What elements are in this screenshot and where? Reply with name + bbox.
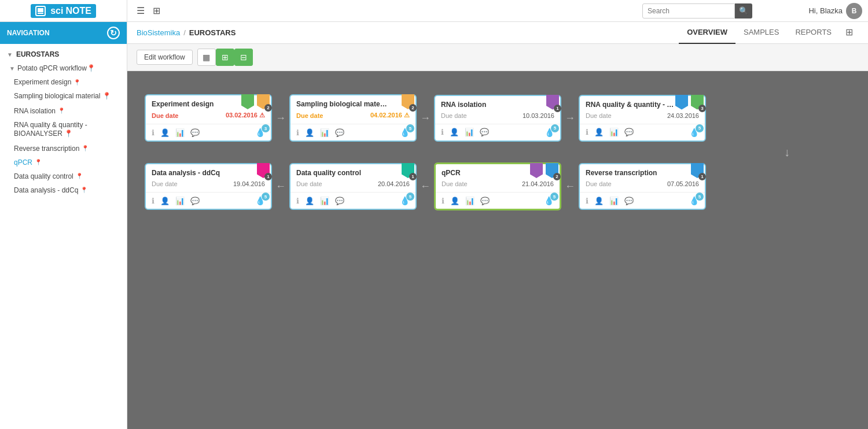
water-drop[interactable]: 💧 3 xyxy=(255,128,265,137)
pin-icon: 📍 xyxy=(73,79,80,86)
info-icon[interactable]: ℹ xyxy=(441,128,444,136)
canvas: 2 Experiment design Due date 03.02.2016 … xyxy=(127,71,868,429)
user-icon[interactable]: 👤 xyxy=(450,197,459,205)
info-icon[interactable]: ℹ xyxy=(152,128,155,137)
comment-icon[interactable]: 💬 xyxy=(190,128,200,137)
tab-settings-icon[interactable]: ⊞ xyxy=(840,22,859,44)
arrow-right-3: → xyxy=(561,112,579,124)
water-drop[interactable]: 💧 5 xyxy=(400,196,410,205)
pin-icon: 📍 xyxy=(76,173,83,179)
info-icon[interactable]: ℹ xyxy=(442,197,444,205)
chart-icon[interactable]: 📊 xyxy=(609,197,619,205)
breadcrumb-org[interactable]: BioSistemika xyxy=(137,28,180,37)
drop-count: 5 xyxy=(696,124,704,132)
breadcrumb: BioSistemika / EUROSTARS xyxy=(137,28,236,37)
due-label: Due date xyxy=(442,180,468,187)
card-sampling[interactable]: 2 Sampling biological material Due date … xyxy=(289,94,417,142)
sidebar-item-workflow[interactable]: ▼ Potato qPCR workflow 📍 xyxy=(0,61,127,75)
sidebar-item-label: Reverse transcription xyxy=(14,145,79,153)
drop-count: 5 xyxy=(406,124,414,132)
info-icon[interactable]: ℹ xyxy=(152,197,155,205)
drop-count: 5 xyxy=(551,124,559,132)
nav-label: NAVIGATION xyxy=(7,29,50,37)
water-drop[interactable]: 💧 5 xyxy=(689,128,699,137)
water-drop[interactable]: 💧 5 xyxy=(545,128,554,137)
tab-overview[interactable]: OVERVIEW xyxy=(679,22,735,44)
comment-icon[interactable]: 💬 xyxy=(624,128,634,136)
due-date: 19.04.2016 xyxy=(233,180,265,187)
sidebar-item-data-quality[interactable]: Data quality control 📍 xyxy=(0,169,127,183)
sidebar-item-sampling[interactable]: Sampling biological material 📍 xyxy=(0,89,127,104)
chart-icon[interactable]: 📊 xyxy=(609,128,619,136)
info-icon[interactable]: ℹ xyxy=(296,197,299,205)
user-icon[interactable]: 👤 xyxy=(594,128,604,136)
drop-count: 3 xyxy=(262,124,270,132)
user-icon[interactable]: 👤 xyxy=(594,197,604,205)
sidebar-item-reverse[interactable]: Reverse transcription 📍 xyxy=(0,142,127,156)
comment-icon[interactable]: 💬 xyxy=(480,128,489,136)
info-icon[interactable]: ℹ xyxy=(586,197,589,205)
chart-icon[interactable]: 📊 xyxy=(175,128,185,137)
info-icon[interactable]: ℹ xyxy=(586,128,589,136)
sidebar-item-experiment[interactable]: Experiment design 📍 xyxy=(0,75,127,89)
card-rna-isolation[interactable]: 1 RNA isolation Due date 10.03.2016 ℹ xyxy=(434,95,561,142)
card-data-quality[interactable]: 1 Data quality control Due date 20.04.20… xyxy=(289,163,417,210)
tab-reports[interactable]: REPORTS xyxy=(787,22,840,44)
dashboard-icon[interactable]: ⊞ xyxy=(153,5,160,16)
info-icon[interactable]: ℹ xyxy=(296,128,299,137)
card-reverse[interactable]: 1 Reverse transcription Due date 07.05.2… xyxy=(579,163,706,210)
sidebar-item-data-analysis[interactable]: Data analysis - ddCq 📍 xyxy=(0,183,127,197)
card-qpcr[interactable]: 2 qPCR Due date 21.04.2016 ℹ 👤 xyxy=(434,162,561,210)
chart-icon[interactable]: 📊 xyxy=(320,197,329,205)
due-date: 03.02.2016 ⚠ xyxy=(226,112,265,119)
pin-icon: 📍 xyxy=(82,145,89,151)
card-title: Reverse transcription xyxy=(586,169,678,177)
water-drop[interactable]: 💧 5 xyxy=(255,196,265,205)
row-1: 2 Experiment design Due date 03.02.2016 … xyxy=(145,94,851,142)
content: BioSistemika / EUROSTARS OVERVIEW SAMPLE… xyxy=(127,22,868,429)
comment-icon[interactable]: 💬 xyxy=(480,197,490,205)
user-icon[interactable]: 👤 xyxy=(305,197,314,205)
refresh-icon[interactable]: ↻ xyxy=(107,27,120,39)
drop-count: 5 xyxy=(696,193,704,201)
drop-count: 5 xyxy=(406,193,414,201)
comment-icon[interactable]: 💬 xyxy=(335,128,344,137)
sidebar-item-rna-isolation[interactable]: RNA isolation 📍 xyxy=(0,104,127,118)
arrow-down: ↓ xyxy=(784,146,790,159)
water-drop[interactable]: 💧 5 xyxy=(689,196,699,205)
chart-icon[interactable]: 📊 xyxy=(320,128,329,137)
comment-icon[interactable]: 💬 xyxy=(190,197,200,205)
card-rna-quality[interactable]: 3 RNA quality & quantity - BI... Due dat… xyxy=(579,95,706,142)
card-data-analysis[interactable]: 1 Data analysis - ddCq Due date 19.04.20… xyxy=(145,163,272,210)
water-drop[interactable]: 💧 5 xyxy=(400,128,410,137)
chart-icon[interactable]: 📊 xyxy=(465,197,475,205)
user-icon[interactable]: 👤 xyxy=(160,197,170,205)
edit-workflow-button[interactable]: Edit workflow xyxy=(137,50,193,65)
comment-icon[interactable]: 💬 xyxy=(624,197,634,205)
sidebar-item-rna-quality[interactable]: RNA quality & quantity - BIOANALYSER 📍 xyxy=(0,118,127,142)
tab-samples[interactable]: SAMPLES xyxy=(735,22,787,44)
row-2: 1 Data analysis - ddCq Due date 19.04.20… xyxy=(145,162,851,210)
chart-icon[interactable]: 📊 xyxy=(465,128,474,136)
user-icon[interactable]: 👤 xyxy=(450,128,459,136)
menu-icon[interactable]: ☰ xyxy=(137,5,145,16)
user-icon[interactable]: 👤 xyxy=(160,128,170,137)
due-date: 20.04.2016 xyxy=(378,180,410,187)
water-drop[interactable]: 💧 5 xyxy=(544,196,554,205)
search-input[interactable] xyxy=(642,3,735,19)
search-button[interactable]: 🔍 xyxy=(735,3,752,19)
user-avatar[interactable]: B xyxy=(846,3,862,19)
chart-icon[interactable]: 📊 xyxy=(175,197,185,205)
due-date: 04.02.2016 ⚠ xyxy=(370,112,410,119)
sidebar-project[interactable]: ▼ EUROSTARS xyxy=(0,47,127,61)
view-list-button[interactable]: ▦ xyxy=(197,49,216,66)
breadcrumb-project: EUROSTARS xyxy=(189,28,236,37)
sidebar-item-qpcr[interactable]: qPCR 📍 xyxy=(0,156,127,169)
user-icon[interactable]: 👤 xyxy=(305,128,314,137)
topbar-icons: ☰ ⊞ xyxy=(127,5,170,16)
arrow-right-1: → xyxy=(272,112,289,124)
view-compact-button[interactable]: ⊟ xyxy=(234,49,253,66)
view-grid-button[interactable]: ⊞ xyxy=(216,49,234,66)
card-experiment-design[interactable]: 2 Experiment design Due date 03.02.2016 … xyxy=(145,94,272,142)
comment-icon[interactable]: 💬 xyxy=(335,197,344,205)
